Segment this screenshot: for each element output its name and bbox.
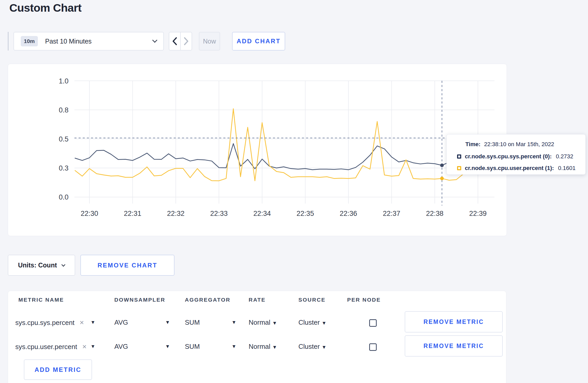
chart-card[interactable]: 0.00.30.50.81.022:3022:3122:3222:3322:34… bbox=[8, 64, 507, 236]
chevron-down-icon bbox=[61, 263, 66, 267]
clear-metric-icon[interactable]: × bbox=[80, 318, 84, 327]
x-tick-label: 22:38 bbox=[426, 210, 443, 217]
x-tick-label: 22:37 bbox=[383, 210, 400, 217]
tooltip-series-row: cr.node.sys.cpu.user.percent (1): 0.1601 bbox=[457, 165, 578, 172]
tooltip-series-row: cr.node.sys.cpu.sys.percent (0): 0.2732 bbox=[457, 153, 578, 160]
remove-metric-button[interactable]: REMOVE METRIC bbox=[405, 335, 503, 357]
metric-dropdown-icon[interactable]: ▼ bbox=[90, 320, 95, 325]
page-title: Custom Chart bbox=[9, 2, 81, 14]
next-time-button[interactable] bbox=[180, 32, 192, 50]
x-tick-label: 22:35 bbox=[297, 210, 314, 217]
x-tick-label: 22:39 bbox=[469, 210, 487, 217]
col-header-metric-name: METRIC NAME bbox=[18, 297, 64, 303]
units-dropdown[interactable]: Units: Count bbox=[8, 255, 75, 276]
aggregator-dropdown-icon[interactable]: ▼ bbox=[232, 320, 236, 325]
clear-metric-icon[interactable]: × bbox=[82, 343, 86, 351]
metric-name-select[interactable]: sys.cpu.user.percent× bbox=[15, 343, 87, 351]
col-header-source: SOURCE bbox=[298, 297, 326, 303]
y-tick-label: 1.0 bbox=[59, 77, 68, 85]
tooltip-series-value: 0.1601 bbox=[558, 165, 576, 172]
time-range-label: Past 10 Minutes bbox=[45, 38, 153, 45]
user-series-swatch-icon bbox=[457, 166, 461, 170]
rate-label: Normal bbox=[249, 318, 270, 326]
add-chart-button[interactable]: ADD CHART bbox=[232, 32, 285, 51]
aggregator-select[interactable]: SUM bbox=[185, 343, 200, 351]
time-range-badge: 10m bbox=[21, 36, 38, 46]
x-tick-label: 22:31 bbox=[124, 210, 141, 217]
rate-dropdown-icon: ▼ bbox=[272, 320, 277, 326]
chart-hover-tooltip: Time:22:38:10 on Mar 15th, 2022 cr.node.… bbox=[446, 134, 586, 175]
x-tick-label: 22:32 bbox=[167, 210, 184, 217]
hover-dot-sys bbox=[440, 164, 444, 167]
per-node-checkbox[interactable] bbox=[369, 343, 377, 351]
units-label: Units: Count bbox=[18, 261, 57, 269]
tooltip-series-label: cr.node.sys.cpu.user.percent (1): bbox=[465, 165, 554, 172]
now-button[interactable]: Now bbox=[199, 32, 220, 51]
rate-select[interactable]: Normal ▼ bbox=[249, 343, 277, 351]
metric-name-label: sys.cpu.sys.percent bbox=[15, 319, 74, 327]
downsampler-dropdown-icon[interactable]: ▼ bbox=[165, 320, 170, 325]
toolbar-divider bbox=[8, 32, 9, 51]
hover-dot-user bbox=[440, 177, 444, 180]
source-dropdown-icon: ▼ bbox=[322, 320, 327, 326]
metric-name-label: sys.cpu.user.percent bbox=[15, 343, 77, 351]
sys-series-swatch-icon bbox=[457, 154, 461, 159]
add-metric-button[interactable]: ADD METRIC bbox=[24, 359, 92, 380]
x-tick-label: 22:30 bbox=[81, 210, 98, 217]
downsampler-select[interactable]: AVG bbox=[114, 343, 128, 351]
source-select[interactable]: Cluster ▼ bbox=[298, 343, 326, 351]
metrics-table: METRIC NAME DOWNSAMPLER AGGREGATOR RATE … bbox=[8, 291, 506, 383]
source-select[interactable]: Cluster ▼ bbox=[298, 318, 326, 327]
y-tick-label: 0.5 bbox=[59, 135, 68, 143]
time-range-dropdown[interactable]: 10m Past 10 Minutes bbox=[13, 32, 164, 51]
chart-svg[interactable]: 0.00.30.50.81.022:3022:3122:3222:3322:34… bbox=[8, 64, 507, 236]
rate-select[interactable]: Normal ▼ bbox=[249, 318, 277, 327]
tooltip-series-value: 0.2732 bbox=[556, 153, 573, 160]
y-tick-label: 0.0 bbox=[59, 193, 68, 201]
chevron-down-icon bbox=[152, 38, 157, 43]
downsampler-select[interactable]: AVG bbox=[114, 318, 128, 327]
chart-section: 0.00.30.50.81.022:3022:3122:3222:3322:34… bbox=[0, 64, 588, 236]
y-tick-label: 0.3 bbox=[59, 164, 68, 172]
col-header-downsampler: DOWNSAMPLER bbox=[114, 297, 165, 303]
x-tick-label: 22:33 bbox=[210, 210, 228, 217]
source-label: Cluster bbox=[298, 318, 320, 326]
metric-name-select[interactable]: sys.cpu.sys.percent× bbox=[15, 318, 84, 327]
x-tick-label: 22:36 bbox=[340, 210, 357, 217]
downsampler-dropdown-icon[interactable]: ▼ bbox=[165, 344, 170, 349]
aggregator-dropdown-icon[interactable]: ▼ bbox=[232, 344, 236, 349]
aggregator-select[interactable]: SUM bbox=[185, 318, 200, 327]
rate-dropdown-icon: ▼ bbox=[272, 344, 277, 350]
chevron-left-icon bbox=[171, 36, 178, 46]
source-dropdown-icon: ▼ bbox=[322, 344, 327, 350]
remove-metric-button[interactable]: REMOVE METRIC bbox=[405, 311, 503, 332]
source-label: Cluster bbox=[298, 343, 320, 350]
tooltip-time-value: 22:38:10 on Mar 15th, 2022 bbox=[484, 141, 554, 147]
tooltip-series-label: cr.node.sys.cpu.sys.percent (0): bbox=[465, 153, 552, 160]
series-line-user bbox=[75, 109, 485, 181]
per-node-checkbox[interactable] bbox=[369, 319, 377, 327]
y-tick-label: 0.8 bbox=[59, 106, 68, 114]
prev-time-button[interactable] bbox=[169, 32, 180, 50]
series-line-sys bbox=[75, 144, 485, 170]
col-header-aggregator: AGGREGATOR bbox=[185, 297, 230, 303]
tooltip-time-label: Time: bbox=[465, 141, 480, 147]
col-header-per-node: PER NODE bbox=[347, 297, 381, 303]
metric-dropdown-icon[interactable]: ▼ bbox=[90, 344, 95, 349]
x-tick-label: 22:34 bbox=[253, 210, 271, 217]
tooltip-time-row: Time:22:38:10 on Mar 15th, 2022 bbox=[465, 141, 578, 148]
col-header-rate: RATE bbox=[249, 297, 266, 303]
remove-chart-button[interactable]: REMOVE CHART bbox=[80, 255, 174, 276]
chevron-right-icon bbox=[183, 36, 190, 46]
rate-label: Normal bbox=[249, 343, 270, 350]
time-nav-arrows bbox=[169, 32, 192, 51]
